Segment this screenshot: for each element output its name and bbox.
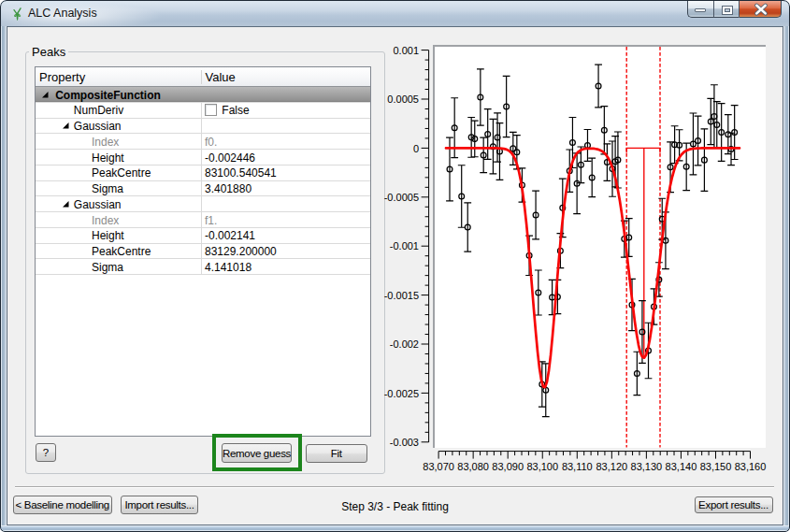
- svg-text:83,150: 83,150: [700, 461, 732, 472]
- svg-text:-0.002: -0.002: [390, 338, 419, 350]
- svg-text:83,080: 83,080: [457, 461, 489, 472]
- svg-text:83,160: 83,160: [735, 461, 767, 472]
- svg-text:83,130: 83,130: [631, 461, 663, 472]
- svg-text:-0.003: -0.003: [390, 437, 419, 448]
- svg-text:83,140: 83,140: [666, 461, 697, 472]
- svg-text:83,120: 83,120: [596, 461, 628, 472]
- svg-text:-0.0025: -0.0025: [384, 388, 419, 399]
- svg-text:-0.0005: -0.0005: [384, 192, 419, 203]
- svg-text:83,100: 83,100: [526, 461, 558, 472]
- svg-text:83,090: 83,090: [492, 461, 524, 472]
- svg-text:83,110: 83,110: [562, 461, 593, 472]
- svg-text:0.0005: 0.0005: [387, 93, 419, 105]
- svg-text:-0.0015: -0.0015: [384, 290, 419, 301]
- svg-text:83,070: 83,070: [423, 461, 454, 472]
- svg-text:0.001: 0.001: [393, 45, 419, 56]
- svg-text:0: 0: [413, 143, 419, 154]
- svg-text:-0.001: -0.001: [390, 240, 419, 252]
